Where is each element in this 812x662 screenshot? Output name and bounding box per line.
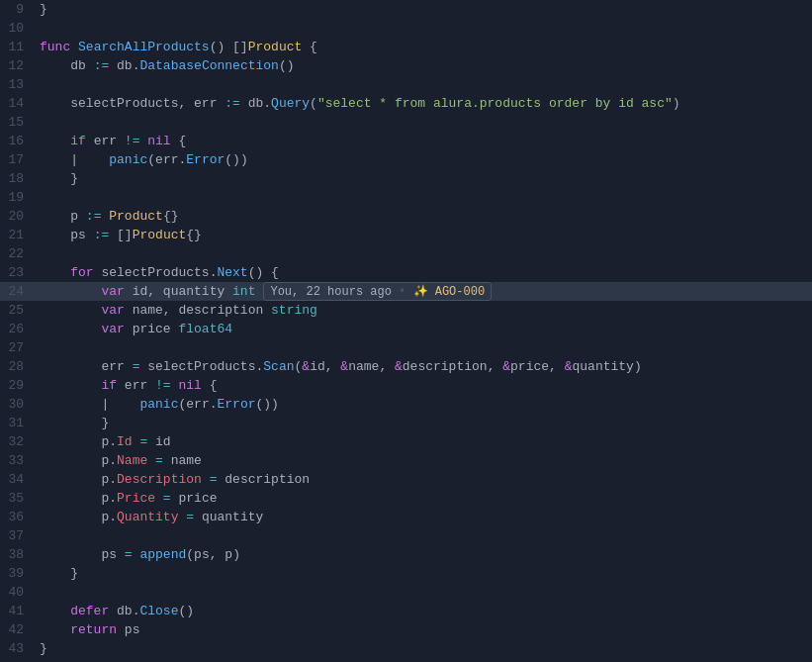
kw-token: nil xyxy=(178,378,201,393)
op-token: := xyxy=(94,58,110,73)
line-content: ps = append(ps, p) xyxy=(40,547,804,562)
plain-token: quantity xyxy=(194,510,263,524)
op-token: := xyxy=(94,228,110,242)
line-number: 9 xyxy=(0,2,40,17)
punc-token: ( xyxy=(147,152,155,167)
plain-token xyxy=(40,547,101,562)
plain-token xyxy=(40,622,70,637)
code-line: 19 xyxy=(0,188,812,207)
op-token: = xyxy=(163,491,171,506)
line-number: 21 xyxy=(0,228,40,242)
git-blame-tooltip: You, 22 hours ago • ✨ AGO-000 xyxy=(263,282,492,301)
code-line: 39 } xyxy=(0,564,812,583)
plain-token xyxy=(40,171,70,186)
kw-token: for xyxy=(70,265,93,280)
line-number: 11 xyxy=(0,40,40,54)
plain-token xyxy=(147,453,155,468)
fn-token: Error xyxy=(186,152,225,167)
plain-token: id xyxy=(125,284,147,299)
float-type-token: float64 xyxy=(178,322,232,336)
line-number: 22 xyxy=(0,246,40,261)
fn-token: Scan xyxy=(263,359,294,374)
line-number: 16 xyxy=(0,134,40,148)
plain-token xyxy=(125,359,133,374)
code-line: 37 xyxy=(0,526,812,545)
line-number: 30 xyxy=(0,397,40,412)
plain-token: ps xyxy=(117,622,139,637)
line-number: 40 xyxy=(0,585,40,600)
plain-token: ps xyxy=(70,228,86,242)
plain-token: description xyxy=(403,359,488,374)
fn-token: Error xyxy=(218,397,256,412)
code-line: 32 p.Id = id xyxy=(0,432,812,451)
plain-token xyxy=(40,284,101,299)
field-token: Id xyxy=(117,434,133,449)
plain-token xyxy=(78,152,109,167)
plain-token xyxy=(40,228,70,242)
line-number: 32 xyxy=(0,434,40,449)
line-content: | panic(err.Error()) xyxy=(40,152,804,167)
plain-token xyxy=(40,397,101,412)
plain-token: db. xyxy=(109,58,139,73)
punc-token: ) xyxy=(634,359,642,374)
punc-token: ()) xyxy=(225,152,247,167)
code-line: 44 xyxy=(0,658,812,662)
line-number: 35 xyxy=(0,491,40,506)
line-content: if err != nil { xyxy=(40,378,804,393)
plain-token: name xyxy=(348,359,379,374)
punc-token: () xyxy=(178,604,194,618)
plain-token xyxy=(70,40,78,54)
plain-token: { xyxy=(171,134,187,148)
line-number: 19 xyxy=(0,190,40,205)
field-token: Quantity xyxy=(117,510,178,524)
line-number: 15 xyxy=(0,115,40,130)
line-content: | panic(err.Error()) xyxy=(40,397,804,412)
line-content: defer db.Close() xyxy=(40,604,804,618)
line-number: 27 xyxy=(0,340,40,355)
punc-token: } xyxy=(40,2,47,17)
plain-token xyxy=(109,228,117,242)
field-token: Name xyxy=(117,453,147,468)
plain-token: err. xyxy=(155,152,186,167)
code-line: 23 for selectProducts.Next() { xyxy=(0,263,812,282)
plain-token: { xyxy=(263,265,279,280)
code-line: 10 xyxy=(0,19,812,38)
type-token: Product xyxy=(109,209,163,224)
code-line: 40 xyxy=(0,583,812,602)
line-content: p.Id = id xyxy=(40,434,804,449)
line-number: 37 xyxy=(0,528,40,543)
kw-token: if xyxy=(101,378,117,393)
punc-token: ) xyxy=(673,96,680,111)
plain-token xyxy=(40,96,70,111)
plain-token xyxy=(109,397,139,412)
plain-token xyxy=(40,134,70,148)
code-line: 31 } xyxy=(0,414,812,432)
code-editor: 9}1011func SearchAllProducts() []Product… xyxy=(0,0,812,662)
line-number: 29 xyxy=(0,378,40,393)
plain-token: , description xyxy=(163,303,271,318)
punc-token: () [] xyxy=(210,40,248,54)
line-number: 41 xyxy=(0,604,40,618)
plain-token: p. xyxy=(101,491,117,506)
code-line: 21 ps := []Product{} xyxy=(0,226,812,244)
plain-token: { xyxy=(202,378,218,393)
line-number: 36 xyxy=(0,510,40,524)
code-line: 14 selectProducts, err := db.Query("sele… xyxy=(0,94,812,113)
code-line: 20 p := Product{} xyxy=(0,207,812,226)
line-content: p.Description = description xyxy=(40,472,804,487)
kw-token: return xyxy=(70,622,117,637)
plain-token: p. xyxy=(101,453,117,468)
plain-token xyxy=(40,152,70,167)
line-content: p.Price = price xyxy=(40,491,804,506)
punc-token: , xyxy=(549,359,565,374)
code-line: 41 defer db.Close() xyxy=(0,602,812,620)
plain-token: p. xyxy=(101,472,117,487)
line-number: 26 xyxy=(0,322,40,336)
plain-token xyxy=(40,434,101,449)
op-token: != xyxy=(125,134,140,148)
line-content: } xyxy=(40,566,804,581)
line-content: func SearchAllProducts() []Product { xyxy=(40,40,804,54)
plain-token xyxy=(117,547,125,562)
code-line: 17 | panic(err.Error()) xyxy=(0,150,812,169)
code-line: 33 p.Name = name xyxy=(0,451,812,470)
